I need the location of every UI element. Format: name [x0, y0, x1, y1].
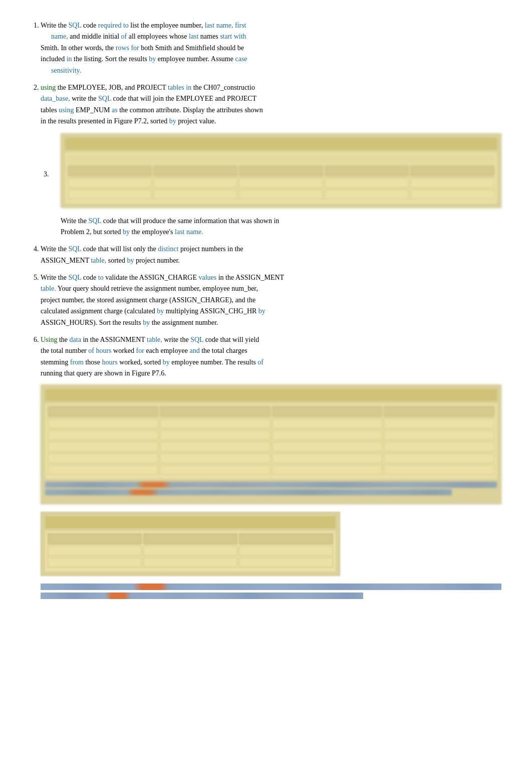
figure-cell: [160, 430, 271, 440]
figure-table-row: [48, 430, 494, 440]
figure-cell: [48, 465, 158, 475]
figure-cell: [272, 453, 383, 463]
keyword: by: [157, 307, 164, 315]
figure-cell: [272, 430, 383, 440]
keyword: by: [127, 257, 134, 264]
keyword: using: [41, 84, 56, 91]
figure-cell: [143, 557, 237, 567]
keyword: by: [163, 358, 170, 366]
keyword: to: [98, 274, 104, 281]
figure-cell: [239, 557, 333, 567]
figure-table-row: [68, 178, 494, 188]
keyword: data_base,: [41, 95, 70, 102]
figure-cell: [48, 419, 158, 429]
keyword: for: [136, 347, 144, 354]
figure-cell: [160, 465, 271, 475]
figure-caption-row: [45, 489, 452, 495]
problem-item-5: Write the SQL code to validate the ASSIG…: [41, 272, 501, 328]
figure-cell: [272, 406, 383, 417]
figure-cell: [48, 546, 142, 556]
keyword: data: [70, 336, 81, 343]
figure-cell: [325, 189, 409, 200]
keyword: table.: [41, 285, 56, 292]
problem-item-7-blurred: [31, 583, 501, 599]
figure-cell: [68, 189, 152, 200]
figure-row: [68, 155, 494, 164]
figure-cell: [48, 453, 158, 463]
keyword: by: [169, 117, 176, 125]
figure-cell: [410, 189, 494, 200]
figure-cell: [410, 165, 494, 176]
keyword: by: [258, 307, 265, 315]
figure-cell: [143, 533, 237, 544]
blurred-text-row: [41, 583, 501, 590]
keyword: using: [59, 106, 74, 114]
figure-cell: [272, 465, 383, 475]
keyword: last name,: [205, 22, 233, 29]
figure-cell: [272, 419, 383, 429]
figure-cell: [384, 419, 494, 429]
problem-item-3: Write the SQL code that will produce the…: [51, 133, 501, 238]
keyword: and: [189, 347, 199, 354]
figure-cell: [160, 406, 271, 417]
figure-table-row: [48, 453, 494, 463]
keyword: SQL: [88, 217, 101, 225]
figure-cell: [48, 430, 158, 440]
figure-cell: [384, 430, 494, 440]
problem-4-text: Write the SQL code that will list only t…: [41, 245, 243, 264]
figure-caption-row: [45, 482, 497, 488]
figure-cell: [160, 419, 271, 429]
figure-p7-6: [41, 384, 501, 504]
keyword: SQL: [98, 95, 111, 102]
problem-list: Write the SQL code required to list the …: [31, 20, 501, 576]
keyword: Using: [41, 336, 57, 343]
keyword: of: [121, 33, 127, 40]
figure-table-row: [48, 406, 494, 417]
figure-table-row: [48, 442, 494, 452]
figure-table-row: [48, 465, 494, 475]
figure-cell: [160, 442, 271, 452]
figure-header: [65, 138, 497, 150]
figure-cell: [239, 178, 323, 188]
keyword: SQL: [68, 245, 81, 253]
figure-table-row: [68, 189, 494, 200]
problem-5-text: Write the SQL code to validate the ASSIG…: [41, 274, 284, 326]
figure-table-row: [68, 165, 494, 176]
figure-cell: [239, 165, 323, 176]
keyword: values: [198, 274, 216, 281]
figure-cell: [384, 406, 494, 417]
figure-table-row: [48, 546, 333, 556]
problem-item-1: Write the SQL code required to list the …: [41, 20, 501, 76]
figure-cell: [410, 178, 494, 188]
figure-cell: [325, 165, 409, 176]
problem-item-2: using the EMPLOYEE, JOB, and PROJECT tab…: [41, 82, 501, 127]
keyword: last: [189, 33, 198, 40]
figure-cell: [68, 165, 152, 176]
figure-p7-2: [61, 133, 501, 208]
figure-cell: [239, 189, 323, 200]
figure-cell: [68, 178, 152, 188]
figure-cell: [48, 533, 142, 544]
problem-3-after-text: Write the SQL code that will produce the…: [61, 216, 501, 238]
figure-header: [45, 389, 497, 401]
figure-cell: [384, 442, 494, 452]
figure-cell: [239, 533, 333, 544]
figure-cell: [160, 453, 271, 463]
figure-cell: [48, 557, 142, 567]
figure-cell: [239, 546, 333, 556]
keyword: SQL: [190, 336, 203, 343]
keyword: distinct: [158, 245, 178, 253]
keyword: table,: [147, 336, 162, 343]
keyword: of hours: [88, 347, 111, 354]
figure-cell: [384, 465, 494, 475]
figure-cell: [48, 406, 158, 417]
blurred-text-row: [41, 593, 363, 599]
keyword: in: [67, 55, 72, 63]
figure-cell: [48, 442, 158, 452]
keyword: as: [112, 106, 118, 114]
figure-p7-small: [41, 512, 340, 576]
keyword: hours: [102, 358, 118, 366]
problem-2-text: using the EMPLOYEE, JOB, and PROJECT tab…: [41, 84, 263, 125]
keyword: of: [257, 358, 263, 366]
problem-item-6: Using the data in the ASSIGNMENT table, …: [41, 334, 501, 576]
